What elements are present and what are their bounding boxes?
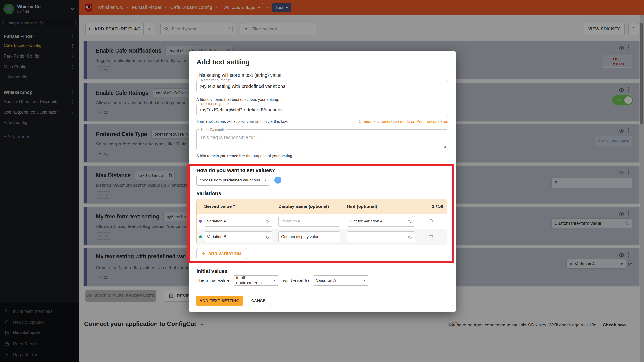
column-served-value: Served value * [204,204,272,209]
edit-icon [265,234,270,239]
edit-icon [408,234,412,239]
value-mode-dropdown[interactable]: choose from predefined variations [196,175,270,186]
delete-variation-icon[interactable] [428,234,434,240]
variation-count: 2 / 50 [415,204,447,209]
served-value-input[interactable]: Variation B [204,232,272,242]
hint-field-helper: A hint to help you remember the purpose … [196,154,293,158]
initial-values-row: The initial value in all environments wi… [196,275,369,286]
name-for-humans-input[interactable] [196,80,448,92]
variation-row-a: Variation A Hint for Variation A [196,214,447,229]
hint-field: Hint (Optional) [196,130,448,150]
initial-value-middle: will be set to [283,278,309,283]
name-field-label: Name for humans* [200,78,232,82]
variations-table-header: Served value * Display name (optional) H… [196,200,447,214]
variations-table: Served value * Display name (optional) H… [196,199,447,245]
variation-color-dot [199,220,202,223]
configcat-dashboard: Whisker Co. Garfield FurBall Finder ⋮ Ca… [0,0,644,362]
edit-icon [408,219,412,224]
hint-field-label: Hint (Optional) [200,127,226,131]
chevron-down-icon [274,280,276,282]
set-values-heading: How do you want to set values? [196,167,275,174]
variation-row-b: Variation B [196,229,447,245]
column-display-name: Display name (optional) [278,204,340,209]
chevron-down-icon [364,280,366,282]
add-text-setting-modal: Add text setting This setting will store… [188,51,456,312]
name-field: Name for humans* [196,80,448,92]
variation-hint-input[interactable]: Hint for Variation A [347,216,415,227]
key-field-helper: Your applications will access your setti… [196,119,288,124]
chevron-down-icon [264,180,266,182]
name-field-helper: A friendly name that best describes your… [196,97,279,102]
edit-icon [265,219,270,224]
initial-variation-dropdown[interactable]: Variation A [312,275,369,286]
hint-textarea[interactable] [196,130,448,150]
initial-values-heading: Initial values [196,268,228,274]
environments-dropdown[interactable]: in all environments [233,275,279,286]
modal-title: Add text setting [196,58,250,66]
variations-heading: Variations [196,190,221,196]
variation-hint-input[interactable] [347,232,415,242]
served-value-input[interactable]: Variation A [204,216,272,227]
display-name-input[interactable] [281,234,338,239]
resize-handle-icon[interactable] [442,145,446,148]
display-name-input-wrap [278,216,340,227]
delete-variation-icon[interactable] [428,218,434,224]
key-for-programs-input[interactable] [196,104,448,116]
initial-value-prefix: The initial value [196,278,229,283]
modal-subtitle: This setting will store a text (string) … [196,72,283,78]
info-icon[interactable]: i [274,176,282,184]
display-name-input-wrap [278,232,340,242]
cancel-button[interactable]: CANCEL [248,296,271,306]
variation-color-dot [199,236,202,238]
change-key-generation-link[interactable]: Change key generation mode on Preference… [359,119,448,124]
column-hint: Hint (optional) [347,204,415,209]
key-field: Key for programs* [196,104,448,116]
key-field-label: Key for programs* [200,102,231,106]
plus-icon: + [202,250,205,257]
add-text-setting-button[interactable]: ADD TEXT SETTING [196,296,242,306]
add-variation-button[interactable]: + ADD VARIATION [196,248,247,260]
display-name-input[interactable] [281,219,338,224]
